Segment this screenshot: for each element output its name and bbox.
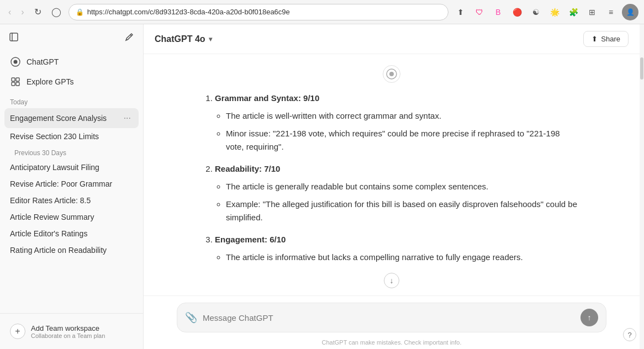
main-content: ChatGPT 4o ▾ ⬆ Share Grammar and Syntax:… (144, 24, 640, 349)
send-button[interactable]: ↑ (580, 309, 598, 326)
list-item-3: Engagement: 6/10 The article is informat… (215, 233, 579, 264)
brave-btn[interactable]: B (490, 4, 506, 20)
sidebar-item-chatgpt[interactable]: ChatGPT (4, 52, 139, 72)
sidebar-footer: + Add Team workspace Collaborate on a Te… (0, 313, 143, 349)
history-item-text: Article Review Summary (10, 213, 133, 221)
ext1-btn[interactable]: 🌟 (547, 4, 562, 20)
chat-header: ChatGPT 4o ▾ ⬆ Share (144, 24, 640, 54)
bullet-item: The article is well-written with correct… (226, 109, 579, 123)
grid-icon (10, 76, 21, 87)
share-label: Share (601, 35, 620, 43)
history-item-text: Anticipatory Lawsuit Filing (10, 163, 133, 172)
section3-title: Engagement: 6/10 (215, 235, 286, 244)
gpt-message-icon (383, 65, 400, 83)
section2-title: Readability: 7/10 (215, 164, 280, 173)
history-item-text: Editor Rates Article: 8.5 (10, 196, 133, 205)
bullet-item: The article is generally readable but co… (226, 180, 579, 193)
help-button[interactable]: ? (623, 328, 636, 341)
bullet-item: Minor issue: "221-198 vote, which requir… (226, 127, 579, 154)
browser-chrome: ‹ › ↻ ◯ 🔒 https://chatgpt.com/c/8d9312d3… (0, 0, 644, 24)
attach-button[interactable]: 📎 (185, 311, 197, 324)
reload-button[interactable]: ↻ (31, 6, 44, 18)
add-team-button[interactable]: + Add Team workspace Collaborate on a Te… (4, 319, 139, 343)
model-name: ChatGPT 4o (155, 34, 205, 44)
svg-rect-6 (16, 82, 19, 86)
sidebar-item-explore[interactable]: Explore GPTs (4, 72, 139, 92)
puzzle-btn[interactable]: 🧩 (566, 4, 581, 20)
share-icon: ⬆ (592, 35, 598, 43)
grid-btn[interactable]: ⊞ (584, 4, 600, 20)
back-button[interactable]: ‹ (6, 6, 14, 18)
message-input-box: 📎 ↑ (177, 303, 606, 332)
svg-rect-3 (12, 78, 15, 81)
bookmark-button[interactable]: ◯ (49, 6, 64, 18)
chevron-down-icon: ▾ (209, 35, 212, 43)
history-item-revise-article[interactable]: Revise Article: Poor Grammar ··· (4, 176, 139, 192)
url-text: https://chatgpt.com/c/8d9312d3-8cda-420a… (87, 8, 441, 16)
bullet-item: The article is informative but lacks a c… (226, 251, 579, 264)
svg-rect-5 (12, 82, 15, 86)
scroll-down-button[interactable]: ↓ (384, 273, 399, 288)
sidebar-header (0, 24, 143, 50)
history-item-revise230[interactable]: Revise Section 230 Limits ··· (4, 128, 139, 145)
message-input[interactable] (203, 313, 575, 322)
today-section-label: Today (0, 94, 143, 108)
history-item-editor-rates[interactable]: Editor Rates Article: 8.5 ··· (4, 192, 139, 209)
scroll-thumb (640, 57, 643, 80)
bullet-item: Example: "The alleged justification for … (226, 198, 579, 224)
chat-input-area: 📎 ↑ (144, 295, 640, 337)
message-content: Grammar and Syntax: 9/10 The article is … (204, 92, 579, 288)
chat-disclaimer: ChatGPT can make mistakes. Check importa… (144, 337, 640, 349)
app-layout: ChatGPT Explore GPTs Today Engagement Sc… (0, 24, 644, 349)
history-item-text: Revise Article: Poor Grammar (10, 179, 133, 188)
sidebar-toggle-button[interactable] (7, 30, 21, 44)
forward-button[interactable]: › (18, 6, 27, 18)
list-item-2: Readability: 7/10 The article is general… (215, 162, 579, 224)
add-team-icon: + (10, 324, 25, 339)
color-btn[interactable]: 🔴 (509, 4, 525, 20)
user-avatar[interactable]: 👤 (622, 4, 638, 20)
lock-icon: 🔒 (76, 8, 84, 16)
chat-messages[interactable]: Grammar and Syntax: 9/10 The article is … (144, 54, 640, 295)
history-item-text: Revise Section 230 Limits (10, 132, 133, 141)
scroll-down-indicator: ↓ (204, 273, 579, 288)
sidebar-nav: ChatGPT Explore GPTs (0, 50, 143, 94)
list-item-1: Grammar and Syntax: 9/10 The article is … (215, 92, 579, 154)
menu-btn[interactable]: ≡ (603, 4, 619, 20)
address-bar[interactable]: 🔒 https://chatgpt.com/c/8d9312d3-8cda-42… (68, 4, 448, 20)
history-item-article-review[interactable]: Article Review Summary ··· (4, 209, 139, 225)
explore-label: Explore GPTs (27, 77, 74, 86)
sidebar-history: Engagement Score Analysis ··· Revise Sec… (0, 108, 143, 313)
browser-actions: ⬆ 🛡 B 🔴 ☯ 🌟 🧩 ⊞ ≡ 👤 (453, 4, 638, 20)
add-team-title: Add Team workspace (31, 324, 105, 332)
history-item-text: Rating Article on Readability (10, 246, 133, 255)
chatgpt-icon (10, 56, 21, 67)
sidebar: ChatGPT Explore GPTs Today Engagement Sc… (0, 24, 144, 349)
svg-rect-0 (10, 33, 18, 41)
share-button[interactable]: ⬆ Share (583, 31, 629, 47)
add-team-text: Add Team workspace Collaborate on a Team… (31, 324, 105, 339)
yin-yang-btn[interactable]: ☯ (528, 4, 543, 20)
history-item-text: Engagement Score Analysis (10, 114, 122, 123)
history-item-text: Article Editor's Ratings (10, 229, 133, 238)
right-scrollbar (640, 24, 644, 349)
new-chat-button[interactable] (122, 30, 136, 44)
history-item-rating-article[interactable]: Rating Article on Readability ··· (4, 242, 139, 258)
previous-section-label: Previous 30 Days (4, 145, 139, 159)
chatgpt-label: ChatGPT (27, 57, 59, 66)
model-selector[interactable]: ChatGPT 4o ▾ (155, 34, 212, 44)
brave-shield-btn[interactable]: 🛡 (472, 4, 487, 20)
history-item-article-editor[interactable]: Article Editor's Ratings ··· (4, 225, 139, 242)
add-team-subtitle: Collaborate on a Team plan (31, 332, 105, 339)
share-browser-btn[interactable]: ⬆ (453, 4, 468, 20)
section1-title: Grammar and Syntax: 9/10 (215, 93, 319, 103)
svg-rect-4 (16, 78, 19, 81)
history-item-menu-btn[interactable]: ··· (122, 112, 133, 124)
history-item-engagement[interactable]: Engagement Score Analysis ··· (4, 108, 139, 128)
history-item-lawsuit[interactable]: Anticipatory Lawsuit Filing ··· (4, 159, 139, 176)
